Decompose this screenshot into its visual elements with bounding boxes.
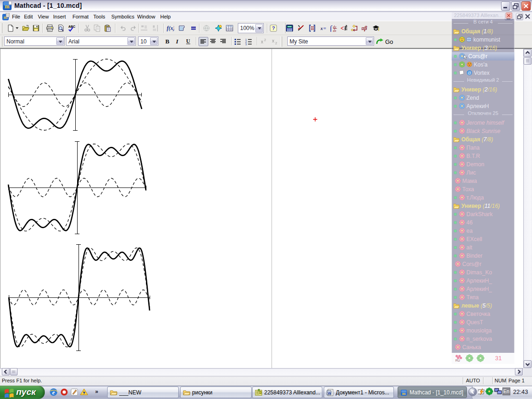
svg-text:W: W: [328, 391, 332, 395]
svg-text:m: m: [402, 391, 406, 396]
svg-text:@: @: [467, 71, 471, 75]
svg-text:RU: RU: [455, 359, 460, 362]
